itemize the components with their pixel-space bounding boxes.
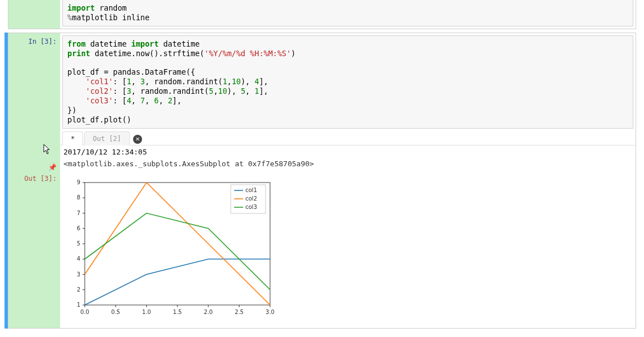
code-cell-3[interactable]: In [3]: 📌 Out [3]: from datetime import … (8, 33, 636, 329)
svg-text:1.0: 1.0 (142, 309, 151, 315)
svg-text:3.0: 3.0 (266, 309, 275, 315)
svg-text:3: 3 (77, 271, 80, 277)
close-tab-icon[interactable]: ✕ (133, 135, 142, 144)
svg-text:8: 8 (77, 194, 80, 201)
svg-text:0.0: 0.0 (80, 309, 89, 315)
tab-prev-output[interactable]: Out [2] (84, 131, 130, 145)
svg-text:4: 4 (77, 256, 80, 262)
svg-text:6: 6 (77, 225, 80, 231)
prompt-area: In [3]: 📌 Out [3]: (8, 33, 60, 328)
jupyter-notebook: import random %matplotlib inline In [3]:… (0, 0, 644, 337)
line-chart: 1234567890.00.51.01.52.02.53.0col1col2co… (63, 175, 277, 321)
svg-text:9: 9 (77, 179, 80, 185)
input-prompt: In [3]: (28, 38, 57, 45)
svg-text:col2: col2 (245, 195, 257, 202)
pin-icon[interactable]: 📌 (48, 163, 57, 171)
svg-text:0.5: 0.5 (111, 309, 120, 315)
output-prompt: Out [3]: (24, 175, 57, 183)
tab-current-output[interactable]: * (62, 131, 83, 145)
code-editor-prev[interactable]: import random %matplotlib inline (62, 0, 633, 26)
svg-text:1.5: 1.5 (173, 309, 182, 315)
svg-text:col3: col3 (245, 204, 257, 210)
tab-label: Out [2] (93, 135, 121, 143)
code-cell-prev[interactable]: import random %matplotlib inline (8, 0, 636, 29)
svg-text:col1: col1 (245, 187, 257, 193)
matplotlib-figure: 1234567890.00.51.01.52.02.53.0col1col2co… (60, 172, 636, 328)
tab-label: * (71, 135, 75, 143)
svg-text:7: 7 (77, 210, 80, 216)
svg-text:2.5: 2.5 (235, 309, 244, 315)
prompt-area-prev (8, 0, 60, 29)
code-editor[interactable]: from datetime import datetime print date… (62, 35, 633, 129)
svg-text:2: 2 (77, 286, 80, 292)
svg-text:2.0: 2.0 (204, 309, 213, 315)
output-tabs: * Out [2] ✕ (60, 131, 636, 145)
stdout-text: 2017/10/12 12:34:05 (60, 145, 636, 158)
svg-text:1: 1 (77, 302, 80, 308)
output-repr: <matplotlib.axes._subplots.AxesSubplot a… (60, 158, 636, 172)
svg-text:5: 5 (77, 240, 80, 247)
